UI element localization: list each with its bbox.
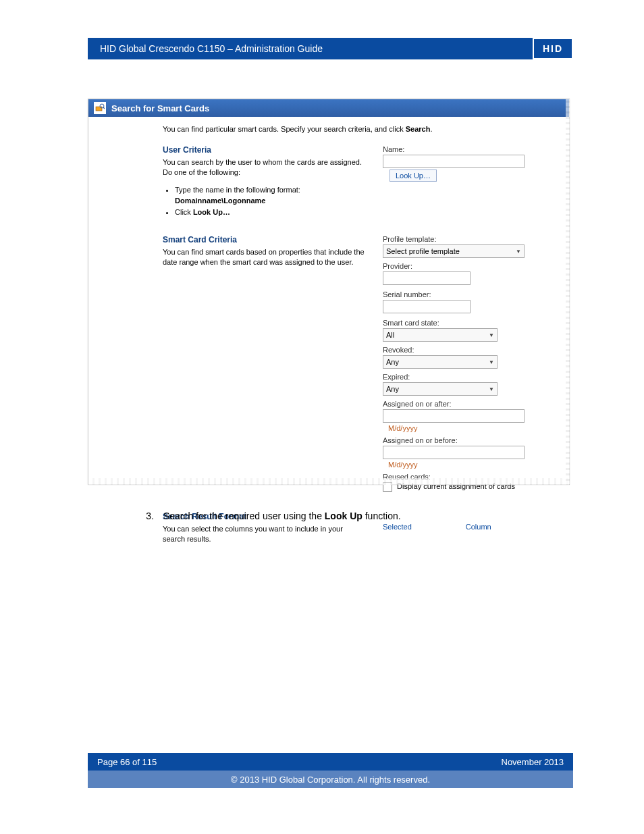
- state-label: Smart card state:: [383, 319, 554, 327]
- chevron-down-icon: ▼: [489, 332, 494, 338]
- svg-line-2: [103, 107, 105, 109]
- torn-bottom-edge: [88, 478, 569, 485]
- col-column-header[interactable]: Column: [466, 523, 491, 544]
- state-value: All: [386, 331, 394, 339]
- footer-page: Page 66 of 115: [97, 757, 157, 767]
- chevron-down-icon: ▼: [516, 249, 521, 255]
- panel-titlebar: Search for Smart Cards: [88, 99, 569, 117]
- footer-secondary: © 2013 HID Global Corporation. All right…: [88, 771, 573, 788]
- profile-template-value: Select profile template: [386, 247, 460, 255]
- doc-header-title: HID Global Crescendo C1150 – Administrat…: [100, 43, 323, 54]
- hid-logo-text: HID: [543, 43, 563, 54]
- search-cards-icon: [94, 102, 106, 114]
- footer-date: November 2013: [502, 757, 564, 767]
- assigned-after-input[interactable]: [383, 409, 525, 423]
- revoked-label: Revoked:: [383, 346, 554, 354]
- name-input[interactable]: [383, 155, 525, 168]
- profile-template-label: Profile template:: [383, 235, 554, 243]
- intro-bold: Search: [406, 125, 431, 133]
- panel-title: Search for Smart Cards: [111, 103, 209, 113]
- step-3: 3. Search for the required user using th…: [136, 511, 556, 521]
- revoked-value: Any: [386, 358, 399, 366]
- footer-copyright: © 2013 HID Global Corporation. All right…: [231, 775, 430, 785]
- date-hint-before: M/d/yyyy: [388, 461, 417, 469]
- step-text-suffix: function.: [363, 511, 401, 521]
- expired-dropdown[interactable]: Any ▼: [383, 382, 498, 396]
- chevron-down-icon: ▼: [489, 359, 494, 365]
- user-criteria-heading: User Criteria: [163, 145, 365, 155]
- intro-prefix: You can find particular smart cards. Spe…: [163, 125, 406, 133]
- uc-b1-bold: Domainname\Logonname: [175, 197, 265, 205]
- expired-value: Any: [386, 385, 399, 393]
- step-text-bold: Look Up: [325, 511, 363, 521]
- hid-logo: HID: [533, 38, 573, 59]
- uc-b1-prefix: Type the name in the following format:: [175, 186, 300, 194]
- expired-label: Expired:: [383, 373, 554, 381]
- search-smartcards-screenshot: Search for Smart Cards You can find part…: [88, 99, 570, 485]
- step-text-prefix: Search for the required user using the: [163, 511, 325, 521]
- state-dropdown[interactable]: All ▼: [383, 328, 498, 342]
- assigned-before-input[interactable]: [383, 446, 525, 459]
- intro-text: You can find particular smart cards. Spe…: [163, 125, 554, 133]
- name-label: Name:: [383, 145, 554, 153]
- col-selected-header[interactable]: Selected: [383, 523, 412, 544]
- serial-input[interactable]: [383, 300, 471, 313]
- lookup-button[interactable]: Look Up…: [390, 170, 437, 182]
- profile-template-dropdown[interactable]: Select profile template ▼: [383, 244, 525, 258]
- torn-right-edge: [566, 99, 570, 484]
- result-format-desc: You can select the columns you want to i…: [163, 524, 365, 544]
- intro-suffix: .: [430, 125, 432, 133]
- uc-b2-bold: Look Up…: [193, 208, 230, 216]
- user-criteria-bullet2: Click Look Up…: [175, 207, 365, 218]
- provider-label: Provider:: [383, 262, 554, 270]
- scc-desc: You can find smart cards based on proper…: [163, 247, 365, 267]
- step-number: 3.: [136, 511, 154, 521]
- assigned-before-label: Assigned on or before:: [383, 436, 554, 444]
- doc-header: HID Global Crescendo C1150 – Administrat…: [88, 38, 573, 59]
- revoked-dropdown[interactable]: Any ▼: [383, 355, 498, 369]
- svg-rect-0: [96, 107, 102, 111]
- assigned-after-label: Assigned on or after:: [383, 400, 554, 408]
- serial-label: Serial number:: [383, 290, 554, 298]
- provider-input[interactable]: [383, 271, 471, 285]
- footer-primary: Page 66 of 115 November 2013: [88, 753, 573, 771]
- uc-b2-prefix: Click: [175, 208, 193, 216]
- chevron-down-icon: ▼: [489, 386, 494, 392]
- scc-heading: Smart Card Criteria: [163, 235, 365, 244]
- user-criteria-desc: You can search by the user to whom the c…: [163, 157, 365, 178]
- user-criteria-bullet1: Type the name in the following format: D…: [175, 184, 365, 207]
- date-hint-after: M/d/yyyy: [388, 424, 417, 432]
